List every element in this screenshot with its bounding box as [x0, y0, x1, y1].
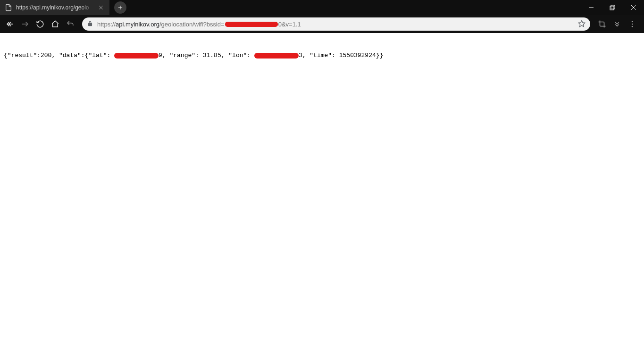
json-seg1: {"result":200, "data":{"lat": [4, 52, 114, 59]
svg-rect-6 [611, 5, 615, 9]
chevrons-down-icon[interactable] [610, 17, 624, 31]
json-seg2: , "range": 31.85, "lon": [162, 52, 254, 59]
json-response: {"result":200, "data":{"lat": 9, "range"… [4, 52, 640, 59]
window-controls [580, 0, 644, 15]
svg-rect-5 [610, 6, 614, 10]
menu-button[interactable] [625, 17, 639, 31]
json-seg3: , "time": 1550392924}} [302, 52, 384, 59]
toolbar-right [595, 17, 641, 31]
json-lat-tail: 9 [159, 52, 162, 59]
bookmark-star-icon[interactable] [578, 20, 585, 29]
titlebar: https://api.mylnikov.org/geolo [0, 0, 644, 15]
home-button[interactable] [48, 17, 62, 31]
close-window-button[interactable] [623, 0, 644, 15]
svg-point-15 [632, 26, 633, 27]
redaction-mark [114, 53, 159, 59]
undo-icon[interactable] [63, 17, 77, 31]
svg-marker-12 [578, 20, 585, 26]
svg-point-13 [632, 21, 633, 22]
lock-icon [87, 20, 93, 28]
tab-title: https://api.mylnikov.org/geolo [16, 4, 93, 11]
address-bar[interactable]: https://api.mylnikov.org/geolocation/wif… [82, 17, 590, 31]
svg-point-14 [632, 24, 633, 25]
url-scheme: https:// [97, 21, 116, 28]
titlebar-drag-area[interactable] [126, 0, 580, 15]
file-icon [5, 4, 12, 11]
new-tab-wrap [109, 0, 126, 15]
url-path-after: 0&v=1.1 [278, 21, 301, 28]
crop-icon[interactable] [595, 17, 609, 31]
toolbar: https://api.mylnikov.org/geolocation/wif… [0, 15, 644, 33]
url-host: api.mylnikov.org [116, 21, 159, 28]
url-text: https://api.mylnikov.org/geolocation/wif… [97, 21, 574, 28]
new-tab-button[interactable] [114, 1, 126, 14]
page-content: {"result":200, "data":{"lat": 9, "range"… [0, 33, 644, 71]
back-button[interactable] [3, 17, 17, 31]
maximize-button[interactable] [602, 0, 623, 15]
forward-button[interactable] [18, 17, 32, 31]
minimize-button[interactable] [580, 0, 602, 15]
redaction-mark [225, 22, 278, 27]
redaction-mark [254, 53, 299, 59]
json-lon-tail: 3 [299, 52, 302, 59]
url-path-before: /geolocation/wifi?bssid= [159, 21, 225, 28]
browser-tab[interactable]: https://api.mylnikov.org/geolo [0, 0, 109, 15]
reload-button[interactable] [33, 17, 47, 31]
tab-close-button[interactable] [97, 4, 105, 11]
